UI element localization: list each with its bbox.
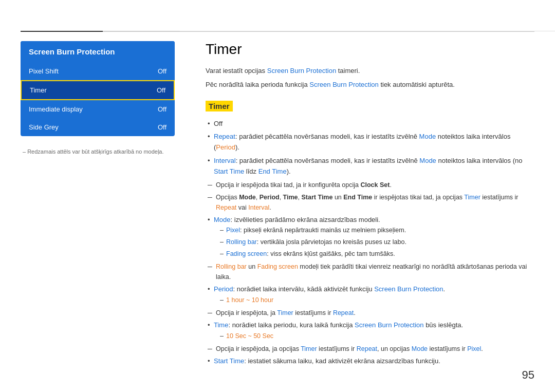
repeat-ref-note: Repeat	[216, 204, 236, 211]
sidebar-item-pixelshift-label: Pixel Shift	[29, 67, 59, 75]
period-ref1: Period	[216, 143, 235, 151]
bullet-list-starttime: Start Time: iestatiet sākuma laiku, kad …	[206, 356, 534, 367]
time-label: Time	[214, 321, 228, 329]
sbp-ref-time: Screen Burn Protection	[355, 321, 423, 329]
bullet-list-period: Period: norādiet laika intervālu, kādā a…	[206, 284, 534, 305]
sbp-highlight-2: Screen Burn Protection	[309, 81, 378, 88]
timer-ref3: Timer	[301, 345, 317, 352]
mode-ref1: Mode	[419, 133, 436, 140]
bullet-list-main: Off Repeat: parādiet pēcattēla novēršana…	[206, 119, 534, 177]
starttime-ref1: Start Time	[214, 167, 244, 175]
sidebar-item-immediate[interactable]: Immediate display Off	[21, 100, 175, 118]
sidebar-item-timer-label: Timer	[30, 86, 47, 94]
mode-label: Mode	[214, 216, 231, 223]
sbp-highlight-1: Screen Burn Protection	[267, 67, 336, 74]
timer-ref2: Timer	[277, 309, 293, 316]
note-mode-period: Opcijas Mode, Period, Time, Start Time u…	[206, 192, 534, 213]
rolling-label: Rolling bar	[226, 238, 257, 246]
sidebar-note: – Redzamais attēls var būt atšķirīgs atk…	[21, 148, 175, 155]
main-content: Timer Varat iestatīt opcijas Screen Burn…	[206, 41, 534, 371]
sidebar-item-pixelshift[interactable]: Pixel Shift Off	[21, 62, 175, 80]
mode-ref3: Mode	[412, 345, 428, 352]
note-clockset: Opcija ir iespējoda tikai tad, ja ir kon…	[206, 180, 534, 190]
note-period-repeat: Opcija ir iespējota, ja Timer iestatījum…	[206, 308, 534, 318]
timer-ref-note: Timer	[464, 194, 480, 201]
mode-ref2: Mode	[419, 157, 436, 164]
fading-ref: Fading screen	[257, 263, 298, 270]
interval-ref-note: Interval	[248, 204, 269, 211]
starttime-label: Start Time	[214, 357, 244, 365]
repeat-ref3: Repeat	[357, 345, 377, 352]
repeat-ref2: Repeat	[333, 309, 354, 316]
sidebar-item-timer[interactable]: Timer Off	[21, 80, 175, 100]
section-title: Timer	[206, 101, 233, 111]
sub-pixel: Pixel: pikseļi ekrānā nepārtraukti mainā…	[214, 225, 534, 235]
sidebar-item-pixelshift-value: Off	[158, 67, 166, 75]
fading-label: Fading screen	[226, 250, 267, 257]
sidebar-item-immediate-label: Immediate display	[29, 105, 83, 113]
sidebar: Screen Burn Protection Pixel Shift Off T…	[21, 41, 175, 155]
endtime-ref1: End Time	[258, 167, 287, 175]
sidebar-item-sidegrey-label: Side Grey	[29, 123, 59, 131]
sidebar-title: Screen Burn Protection	[21, 41, 175, 62]
bullet-list-mode: Mode: izvēlieties parādāmo ekrāna aizsar…	[206, 215, 534, 259]
bullet-repeat: Repeat: parādiet pēcattēla novēršanas mo…	[206, 132, 534, 153]
interval-label: Interval	[214, 157, 236, 164]
time-range: 10 Sec ~ 50 Sec	[226, 332, 273, 340]
sidebar-item-timer-value: Off	[157, 86, 165, 94]
intro-text-2: Pēc norādītā laika perioda funkcija Scre…	[206, 80, 534, 90]
timer-ref4: Timer	[277, 371, 293, 371]
divider-line	[180, 31, 555, 31]
page-title: Timer	[206, 41, 534, 58]
bullet-list-time: Time: norādiet laika periodu, kura laikā…	[206, 320, 534, 341]
top-line-accent	[21, 31, 103, 32]
sidebar-box: Screen Burn Protection Pixel Shift Off T…	[21, 41, 175, 136]
period-label: Period	[214, 285, 233, 293]
bullet-period: Period: norādiet laika intervālu, kādā a…	[206, 284, 534, 305]
bullet-time: Time: norādiet laika periodu, kura laikā…	[206, 320, 534, 341]
sidebar-item-sidegrey-value: Off	[158, 123, 166, 131]
bullet-interval: Interval: parādiet pēcattēla novēršanas …	[206, 156, 534, 177]
pixel-ref: Pixel	[467, 345, 481, 352]
sub-fading: Fading screen: viss ekrāns kļūst gaišāks…	[214, 249, 534, 259]
sbp-ref-period: Screen Burn Protection	[374, 285, 443, 293]
pixel-label: Pixel	[226, 227, 240, 234]
content-section: Off Repeat: parādiet pēcattēla novēršana…	[206, 119, 534, 371]
sub-period-range: 1 hour ~ 10 hour	[214, 295, 534, 305]
sub-rolling: Rolling bar: vertikāla josla pārvietojas…	[214, 237, 534, 247]
sub-time-range: 10 Sec ~ 50 Sec	[214, 331, 534, 341]
bullet-off: Off	[206, 119, 534, 129]
page-number: 95	[522, 368, 534, 382]
intro-text-1: Varat iestatīt opcijas Screen Burn Prote…	[206, 66, 534, 77]
rolling-ref: Rolling bar	[216, 263, 247, 270]
note-starttime: Opcija ir iespējota, ja Timer iestatījum…	[206, 369, 534, 371]
repeat-label: Repeat	[214, 133, 235, 140]
bullet-starttime: Start Time: iestatiet sākuma laiku, kad …	[206, 356, 534, 367]
period-range: 1 hour ~ 10 hour	[226, 296, 273, 304]
sidebar-item-sidegrey[interactable]: Side Grey Off	[21, 118, 175, 136]
sidebar-item-immediate-value: Off	[158, 105, 166, 113]
note-rolling-fading: Rolling bar un Fading screen modeļi tiek…	[206, 262, 534, 282]
note-time-repeat: Opcija ir iespējoda, ja opcijas Timer ie…	[206, 344, 534, 354]
bullet-mode: Mode: izvēlieties parādāmo ekrāna aizsar…	[206, 215, 534, 259]
interval-ref2: Interval	[333, 371, 354, 371]
